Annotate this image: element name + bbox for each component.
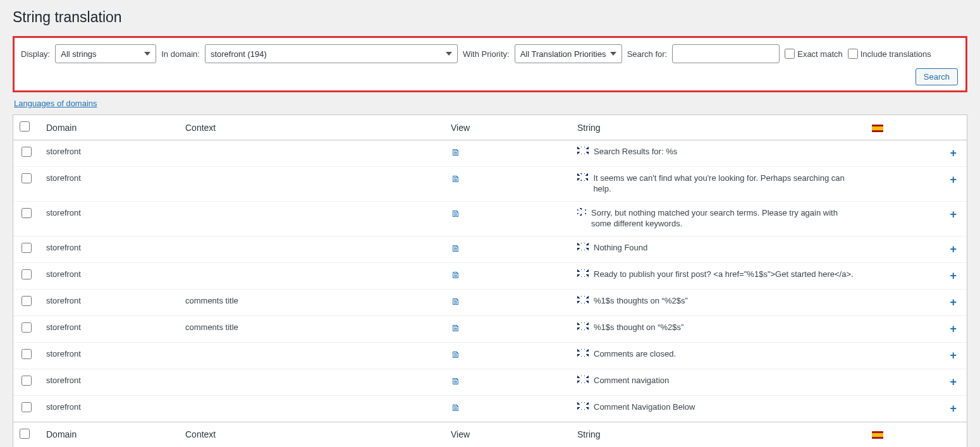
row-checkbox[interactable] (21, 269, 32, 279)
add-translation-button[interactable]: + (946, 322, 960, 336)
col-language-header (866, 115, 967, 140)
view-icon[interactable]: 🗎 (451, 349, 460, 360)
flag-es-icon (872, 431, 883, 439)
row-string-text: It seems we can't find what you're looki… (593, 173, 855, 195)
include-translations-checkbox[interactable] (848, 49, 858, 59)
flag-uk-icon (577, 322, 589, 330)
filter-bar: Display: All strings In domain: storefro… (13, 36, 967, 92)
flag-uk-icon (577, 296, 589, 303)
flag-uk-icon (577, 173, 588, 181)
row-checkbox[interactable] (21, 243, 32, 253)
add-translation-button[interactable]: + (946, 208, 960, 221)
row-context (179, 167, 444, 202)
flag-uk-icon (577, 243, 589, 250)
add-translation-button[interactable]: + (946, 349, 960, 362)
col-context-header[interactable]: Context (179, 115, 444, 140)
row-checkbox[interactable] (21, 208, 32, 218)
table-row: storefrontcomments title🗎%1$s thoughts o… (13, 290, 967, 316)
row-domain: storefront (40, 290, 179, 316)
col-string-footer[interactable]: String (571, 422, 866, 447)
table-row: storefront🗎Comments are closed.+ (13, 343, 967, 369)
row-string-text: Search Results for: %s (594, 147, 677, 157)
row-checkbox[interactable] (21, 376, 32, 386)
view-icon[interactable]: 🗎 (451, 376, 460, 386)
domain-label: In domain: (161, 49, 200, 59)
view-icon[interactable]: 🗎 (451, 243, 460, 254)
row-context (179, 396, 444, 422)
search-input[interactable] (672, 44, 780, 63)
row-string-text: %1$s thought on “%2$s” (594, 322, 683, 333)
page-title: String translation (13, 6, 967, 28)
row-domain: storefront (40, 263, 179, 290)
row-context: comments title (179, 316, 444, 343)
row-context (179, 263, 444, 290)
add-translation-button[interactable]: + (946, 173, 960, 187)
row-string-text: Comments are closed. (594, 349, 676, 360)
row-checkbox[interactable] (21, 296, 32, 306)
strings-table: Domain Context View String storefront🗎Se… (13, 114, 967, 447)
row-context (179, 369, 444, 396)
add-translation-button[interactable]: + (946, 147, 960, 160)
row-checkbox[interactable] (21, 173, 32, 183)
add-translation-button[interactable]: + (946, 296, 960, 309)
languages-of-domains-link[interactable]: Languages of domains (14, 99, 97, 108)
row-checkbox[interactable] (21, 402, 32, 412)
add-translation-button[interactable]: + (946, 376, 960, 389)
flag-uk-icon (577, 402, 589, 410)
flag-uk-icon (577, 376, 589, 383)
view-icon[interactable]: 🗎 (451, 296, 460, 307)
search-button[interactable]: Search (916, 68, 958, 85)
add-translation-button[interactable]: + (946, 269, 960, 283)
col-context-footer[interactable]: Context (179, 422, 444, 447)
row-context (179, 202, 444, 236)
row-domain: storefront (40, 396, 179, 422)
display-label: Display: (21, 49, 50, 59)
row-context: comments title (179, 290, 444, 316)
view-icon[interactable]: 🗎 (451, 208, 460, 219)
add-translation-button[interactable]: + (946, 243, 960, 256)
include-translations-label: Include translations (861, 49, 931, 59)
row-string-text: Comment navigation (594, 376, 669, 386)
table-row: storefront🗎Ready to publish your first p… (13, 263, 967, 290)
view-icon[interactable]: 🗎 (451, 322, 460, 333)
view-icon[interactable]: 🗎 (451, 173, 460, 184)
row-checkbox[interactable] (21, 322, 32, 333)
table-row: storefront🗎Comment navigation+ (13, 369, 967, 396)
priority-label: With Priority: (463, 49, 510, 59)
view-icon[interactable]: 🗎 (451, 402, 460, 413)
search-label: Search for: (627, 49, 668, 59)
row-checkbox[interactable] (21, 349, 32, 359)
row-context (179, 236, 444, 263)
col-view-footer[interactable]: View (444, 422, 571, 447)
flag-es-icon (872, 125, 883, 132)
row-string-text: Nothing Found (594, 243, 647, 254)
col-language-footer (866, 422, 967, 447)
exact-match-checkbox[interactable] (785, 49, 795, 59)
select-all-checkbox-top[interactable] (20, 121, 30, 132)
row-domain: storefront (40, 167, 179, 202)
col-domain-footer[interactable]: Domain (40, 422, 179, 447)
add-translation-button[interactable]: + (946, 402, 960, 415)
row-domain: storefront (40, 343, 179, 369)
domain-select[interactable]: storefront (194) (205, 44, 458, 63)
flag-uk-icon (577, 147, 589, 154)
table-row: storefront🗎It seems we can't find what y… (13, 167, 967, 202)
col-view-header[interactable]: View (444, 115, 571, 140)
row-domain: storefront (40, 369, 179, 396)
flag-uk-icon (577, 269, 589, 277)
select-all-checkbox-bottom[interactable] (20, 429, 30, 439)
row-domain: storefront (40, 140, 179, 167)
col-string-header[interactable]: String (571, 115, 866, 140)
table-row: storefront🗎Comment Navigation Below+ (13, 396, 967, 422)
flag-uk-icon (577, 208, 586, 216)
priority-select[interactable]: All Translation Priorities (515, 44, 622, 63)
row-string-text: %1$s thoughts on “%2$s” (594, 296, 688, 307)
display-select[interactable]: All strings (55, 44, 156, 63)
row-checkbox[interactable] (21, 147, 32, 157)
view-icon[interactable]: 🗎 (451, 269, 460, 280)
flag-uk-icon (577, 349, 589, 357)
view-icon[interactable]: 🗎 (451, 147, 460, 157)
table-row: storefront🗎Nothing Found+ (13, 236, 967, 263)
col-domain-header[interactable]: Domain (40, 115, 179, 140)
row-context (179, 140, 444, 167)
